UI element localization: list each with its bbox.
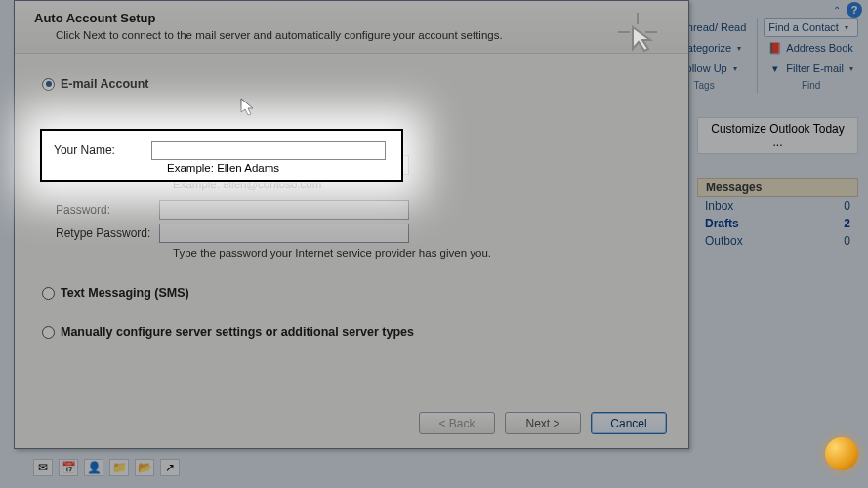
watermark-icon [825, 437, 858, 470]
password-hint: Type the password your Internet service … [173, 247, 655, 259]
find-contact-label: Find a Contact [768, 21, 839, 33]
your-name-input[interactable] [151, 141, 386, 160]
titlebar-right: ⌃ ? [833, 2, 862, 18]
messages-header: Messages [697, 178, 858, 197]
option-sms[interactable]: Text Messaging (SMS) [42, 286, 655, 300]
messages-row-name: Outbox [705, 234, 743, 248]
messages-row[interactable]: Inbox0 [697, 197, 858, 215]
option-sms-label: Text Messaging (SMS) [61, 286, 189, 300]
back-button[interactable]: < Back [419, 412, 495, 434]
messages-row[interactable]: Outbox0 [697, 232, 858, 250]
password-row: Password: [56, 200, 655, 220]
customize-outlook-today-button[interactable]: Customize Outlook Today ... [697, 117, 858, 154]
unread-read-label: Unread/ Read [680, 21, 747, 33]
ribbon-group-label: Tags [694, 80, 715, 91]
retype-password-label: Retype Password: [56, 226, 159, 240]
nav-strip-icon-3[interactable]: 📁 [109, 459, 129, 476]
address-book-label: Address Book [786, 42, 852, 54]
option-manual-label: Manually configure server settings or ad… [61, 325, 414, 339]
option-email-account-label: E-mail Account [61, 77, 149, 91]
dialog-body: E-mail Account E-mail Address: Example: … [15, 54, 688, 352]
nav-strip-icon-2[interactable]: 👤 [84, 459, 103, 476]
your-name-hint: Example: Ellen Adams [167, 162, 393, 174]
dialog-subtitle: Click Next to connect to the mail server… [56, 29, 673, 41]
next-button[interactable]: Next > [505, 412, 581, 434]
chevron-down-icon: ▾ [733, 64, 737, 73]
cancel-button[interactable]: Cancel [591, 412, 667, 434]
messages-row-count: 2 [844, 217, 850, 230]
chevron-down-icon: ▾ [845, 23, 848, 32]
password-label: Password: [56, 203, 159, 217]
option-email-account[interactable]: E-mail Account [42, 77, 655, 91]
nav-icon-strip: ✉📅👤📁📂↗ [33, 459, 180, 476]
retype-password-input[interactable] [159, 224, 409, 243]
messages-row[interactable]: Drafts2 [697, 215, 858, 232]
messages-row-count: 0 [844, 234, 850, 248]
outlook-today-pane: Customize Outlook Today ... Messages Inb… [697, 117, 858, 250]
retype-password-row: Retype Password: [56, 224, 655, 243]
chevron-down-icon: ▾ [849, 64, 853, 73]
ribbon-group-find: Find a Contact ▾ 📕 Address Book ▾ Filter… [757, 18, 864, 93]
radio-icon[interactable] [42, 326, 55, 339]
watermark [825, 437, 858, 470]
filter-email-label: Filter E-mail [786, 62, 844, 74]
auto-account-setup-dialog: Auto Account Setup Click Next to connect… [14, 0, 689, 449]
your-name-label: Your Name: [54, 143, 151, 157]
cursor-icon [240, 98, 256, 117]
address-book-button[interactable]: 📕 Address Book [764, 38, 858, 58]
nav-strip-icon-4[interactable]: 📂 [135, 459, 154, 476]
option-manual[interactable]: Manually configure server settings or ad… [42, 325, 655, 339]
radio-icon[interactable] [42, 78, 55, 91]
messages-row-name: Inbox [705, 199, 733, 213]
nav-strip-icon-1[interactable]: 📅 [59, 459, 78, 476]
nav-strip-icon-5[interactable]: ↗ [160, 459, 180, 476]
tutorial-cursor-icon [615, 10, 660, 55]
help-icon[interactable]: ? [847, 2, 862, 18]
radio-icon[interactable] [42, 287, 55, 300]
funnel-icon: ▾ [768, 61, 782, 75]
filter-email-button[interactable]: ▾ Filter E-mail ▾ [764, 59, 858, 78]
dialog-header: Auto Account Setup Click Next to connect… [15, 1, 688, 54]
dialog-title: Auto Account Setup [34, 11, 673, 25]
ribbon-group-label: Find [802, 80, 820, 91]
find-contact-input[interactable]: Find a Contact ▾ [764, 18, 858, 37]
chevron-down-icon: ▾ [737, 44, 741, 53]
address-book-icon: 📕 [768, 41, 782, 55]
nav-strip-icon-0[interactable]: ✉ [33, 459, 53, 476]
dialog-buttons: < Back Next > Cancel [419, 412, 667, 434]
messages-row-name: Drafts [705, 217, 739, 230]
password-input[interactable] [159, 200, 409, 220]
chevron-up-icon[interactable]: ⌃ [833, 5, 841, 16]
your-name-highlight: Your Name: Example: Ellen Adams [40, 129, 403, 182]
messages-row-count: 0 [844, 199, 850, 213]
